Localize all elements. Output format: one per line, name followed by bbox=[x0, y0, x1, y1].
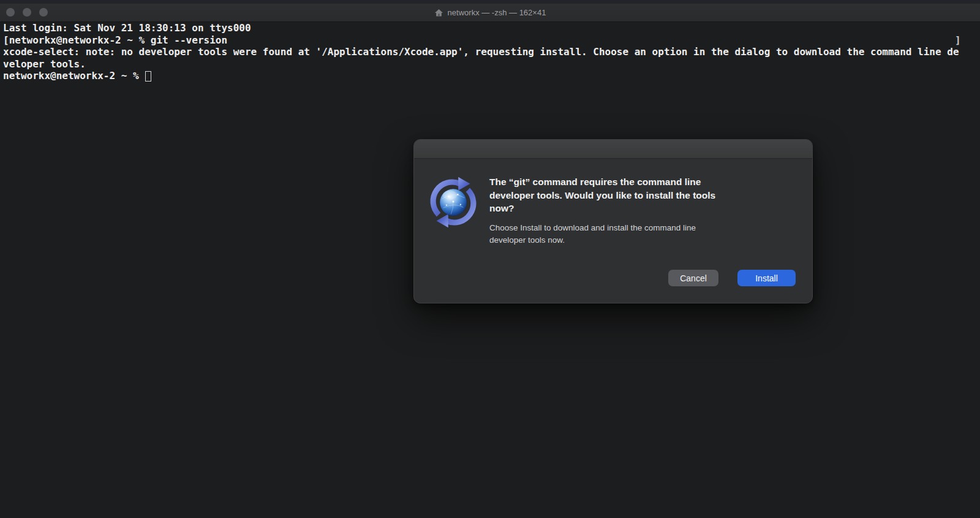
terminal-line: veloper tools. bbox=[3, 58, 980, 70]
dialog-heading: The “git” command requires the command l… bbox=[489, 175, 785, 215]
terminal-line: Last login: Sat Nov 21 18:30:13 on ttys0… bbox=[3, 22, 980, 34]
dialog-content: The “git” command requires the command l… bbox=[414, 159, 812, 246]
terminal-prompt: networkx@networkx-2 ~ % bbox=[3, 70, 145, 82]
cancel-button[interactable]: Cancel bbox=[668, 270, 718, 286]
dialog-body-line: Choose Install to download and install t… bbox=[489, 222, 785, 234]
terminal-edge-mark: ] bbox=[955, 34, 961, 46]
terminal-cursor bbox=[145, 71, 151, 82]
dialog-heading-line: now? bbox=[489, 202, 785, 215]
dialog-heading-line: developer tools. Would you like to insta… bbox=[489, 189, 785, 202]
dialog-titlebar[interactable] bbox=[414, 140, 812, 159]
dialog-heading-line: The “git” command requires the command l… bbox=[489, 175, 785, 189]
dialog-body-line: developer tools now. bbox=[489, 234, 785, 246]
terminal-titlebar[interactable]: networkx — -zsh — 162×41 bbox=[0, 4, 980, 22]
window-title: networkx — -zsh — 162×41 bbox=[448, 8, 546, 17]
terminal-window: { "window": { "title": "networkx — -zsh … bbox=[0, 0, 980, 518]
terminal-line: xcode-select: note: no developer tools w… bbox=[3, 46, 980, 58]
window-title-area: networkx — -zsh — 162×41 bbox=[0, 4, 980, 21]
install-button[interactable]: Install bbox=[737, 270, 796, 286]
home-folder-icon bbox=[434, 9, 443, 17]
dialog-texts: The “git” command requires the command l… bbox=[489, 175, 785, 246]
terminal-prompt-line: networkx@networkx-2 ~ % bbox=[3, 70, 980, 82]
software-update-icon bbox=[426, 175, 480, 229]
terminal-line: [networkx@networkx-2 ~ % git --version bbox=[3, 34, 980, 47]
dialog-buttons: Cancel Install bbox=[668, 270, 796, 286]
dialog-body: Choose Install to download and install t… bbox=[489, 222, 785, 246]
developer-tools-dialog: The “git” command requires the command l… bbox=[413, 139, 813, 303]
